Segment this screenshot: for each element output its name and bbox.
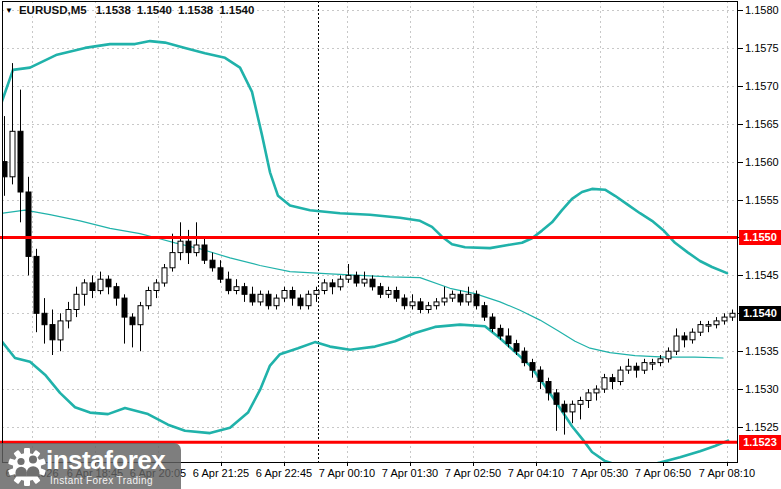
bearish-candle [42,313,47,324]
price-axis-label: 1.1545 [745,268,781,282]
bullish-candle [282,291,287,299]
bullish-candle [258,294,263,302]
bullish-candle [386,291,391,295]
high-value: 1.1540 [137,4,172,16]
price-axis-label: 1.1535 [745,344,781,358]
bearish-candle [610,378,615,382]
bearish-candle [290,291,295,299]
price-axis-label: 1.1525 [745,420,781,434]
bullish-candle [578,401,583,405]
bearish-candle [514,344,519,352]
bullish-candle [698,325,703,333]
bullish-candle [706,325,711,327]
bullish-candle [234,287,239,291]
bullish-candle [170,253,175,268]
bearish-candle [394,291,399,299]
price-axis-label: 1.1560 [745,155,781,169]
bullish-candle [666,351,671,359]
bearish-candle [418,302,423,310]
plot-area[interactable] [0,1,738,467]
bullish-candle [602,378,607,389]
current-price-badge: 1.1540 [739,306,781,321]
instaforex-gear-icon [6,446,48,488]
bullish-candle [66,310,71,321]
candlestick-chart[interactable] [0,0,781,489]
bullish-candle [730,313,735,317]
symbol-timeframe-label: EURUSD,M5 [19,4,87,16]
bearish-candle [34,256,39,313]
bearish-candle [634,366,639,370]
bearish-candle [26,192,31,256]
bearish-candle [490,317,495,328]
plot-border [3,2,738,463]
bullish-candle [82,283,87,294]
symbol-info-bar: ▼ EURUSD,M5 1.1538 1.1540 1.1538 1.1540 [5,4,260,16]
bullish-candle [618,370,623,381]
bearish-candle [18,131,23,192]
resistance-price-badge: 1.1550 [739,230,781,245]
bearish-candle [354,275,359,283]
bullish-candle [74,294,79,309]
bullish-candle [626,366,631,370]
bullish-candle [674,336,679,351]
bullish-candle [434,302,439,306]
price-axis-label: 1.1580 [745,3,781,17]
price-axis-label: 1.1575 [745,41,781,55]
price-axis-label: 1.1565 [745,117,781,131]
support-price-badge: 1.1523 [739,435,781,450]
price-axis-label: 1.1530 [745,382,781,396]
bearish-candle [218,268,223,279]
bearish-candle [682,336,687,340]
price-axis-label: 1.1555 [745,193,781,207]
bearish-candle [458,294,463,302]
bearish-candle [122,298,127,317]
time-axis-label: 7 Apr 08:10 [685,467,769,479]
bullish-candle [274,298,279,306]
bullish-candle [346,275,351,279]
bullish-candle [714,321,719,325]
bearish-candle [506,336,511,344]
bearish-candle [106,279,111,287]
bearish-candle [538,370,543,381]
open-value: 1.1538 [96,4,131,16]
bearish-candle [554,393,559,404]
bullish-candle [642,363,647,371]
bullish-candle [306,294,311,305]
low-value: 1.1538 [178,4,213,16]
bullish-candle [586,393,591,401]
bullish-candle [314,291,319,295]
bearish-candle [226,279,231,290]
gear-tooth [24,479,30,486]
bullish-candle [98,279,103,290]
bearish-candle [210,260,215,268]
bearish-candle [546,382,551,393]
bullish-candle [426,306,431,310]
bearish-candle [298,298,303,306]
bearish-candle [498,328,503,336]
bullish-candle [650,363,655,365]
bullish-candle [162,268,167,283]
instaforex-watermark: instaforex Instant Forex Trading [0,443,181,489]
bullish-candle [338,279,343,287]
bearish-candle [242,287,247,295]
bullish-candle [58,321,63,340]
bullish-candle [450,294,455,298]
bearish-candle [186,241,191,252]
trading-chart-window: { "header": { "dropdown_icon": "\u25BC",… [0,0,781,489]
bullish-candle [178,241,183,252]
bullish-candle [594,389,599,393]
bearish-candle [562,404,567,412]
bullish-candle [466,294,471,302]
bearish-candle [330,283,335,287]
bearish-candle [266,294,271,305]
gear-tooth [24,448,30,455]
symbol-dropdown-icon[interactable]: ▼ [5,6,13,15]
bullish-candle [146,291,151,306]
bullish-candle [570,404,575,412]
bearish-candle [530,363,535,371]
bearish-candle [130,317,135,325]
instaforex-tagline: Instant Forex Trading [50,475,153,486]
bearish-candle [402,298,407,306]
bullish-candle [154,283,159,291]
bullish-candle [658,359,663,363]
